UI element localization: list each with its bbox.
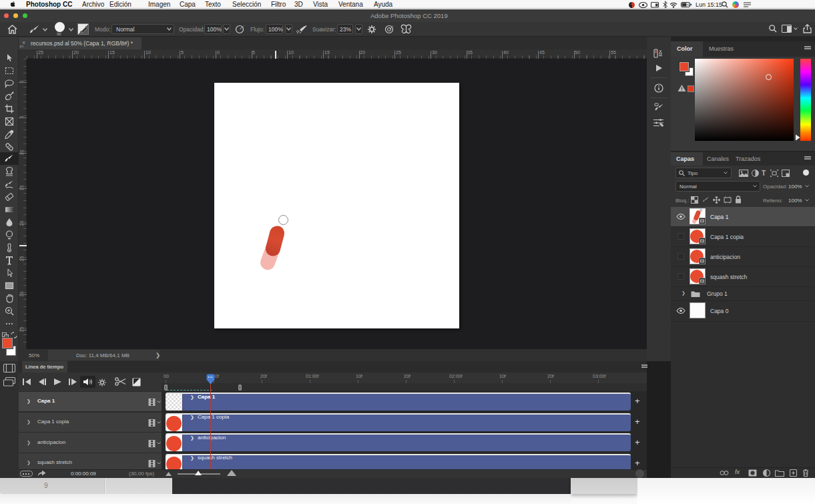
svg-text:42: 42 — [687, 3, 691, 7]
